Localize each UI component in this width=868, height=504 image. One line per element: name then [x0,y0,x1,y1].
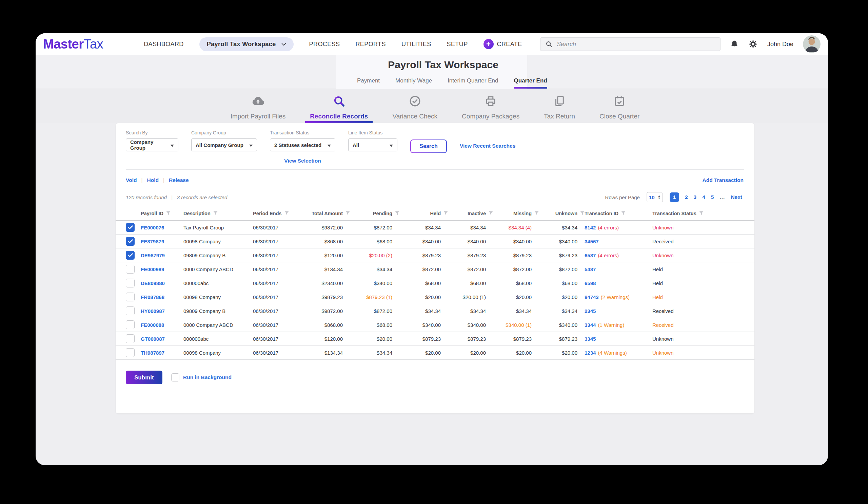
tab-interim-quarter-end[interactable]: Interim Quarter End [447,77,498,89]
missing-cell: $20.00 [493,294,539,300]
nav-item-process[interactable]: PROCESS [309,41,340,48]
stepper-arrows-icon[interactable]: ▲▼ [658,195,661,200]
next-page-link[interactable]: Next [731,194,742,200]
search-input[interactable] [557,41,715,48]
transaction-id-link[interactable]: 6598 [585,280,596,286]
payroll-id-link[interactable]: DE987979 [141,252,184,258]
transaction-id-link[interactable]: 3344 [585,322,596,328]
page-5[interactable]: 5 [711,194,714,200]
select-line-item-status[interactable]: All [348,139,397,151]
payroll-id-link[interactable]: FR087868 [141,294,184,300]
filter-funnel-icon[interactable] [345,211,350,216]
page-4[interactable]: 4 [702,194,705,200]
payroll-id-link[interactable]: HY000987 [141,308,184,314]
row-checkbox[interactable] [126,320,135,329]
filter-funnel-icon[interactable] [580,211,585,216]
description-cell: 00098 Company [184,350,253,356]
view-selection-link[interactable]: View Selection [270,158,335,164]
row-checkbox[interactable] [126,334,135,343]
select-transaction-status[interactable]: 2 Statuses selected [270,139,335,151]
select-company-group[interactable]: All Company Group [191,139,257,151]
filter-funnel-icon[interactable] [285,211,289,216]
transaction-id-link[interactable]: 34567 [585,239,599,244]
missing-cell: $879.23 [493,336,539,342]
payroll-id-link[interactable]: FE000989 [141,266,184,272]
transaction-id-link[interactable]: 6587 [585,252,596,258]
row-checkbox[interactable] [126,251,135,260]
filter-funnel-icon[interactable] [213,211,218,216]
workspace-selector[interactable]: Payroll Tax Workspace [199,37,293,51]
payroll-id-link[interactable]: TH987897 [141,350,184,356]
transaction-id-link[interactable]: 3345 [585,336,596,342]
row-checkbox[interactable] [126,265,135,274]
action-link-release[interactable]: Release [169,177,189,183]
create-button[interactable]: + CREATE [484,39,522,49]
row-checkbox[interactable] [126,237,135,246]
tab-quarter-end[interactable]: Quarter End [514,77,547,89]
filter-funnel-icon[interactable] [166,211,170,216]
avatar[interactable] [803,35,820,53]
tab-monthly-wage[interactable]: Monthly Wage [395,77,432,89]
view-recent-searches-link[interactable]: View Recent Searches [460,143,515,149]
row-checkbox-cell [126,320,141,329]
nav-item-dashboard[interactable]: DASHBOARD [144,41,184,48]
step-company-packages[interactable]: Company Packages [462,95,519,123]
row-checkbox[interactable] [126,223,135,232]
search-button[interactable]: Search [410,140,447,153]
payroll-id-link[interactable]: DE809880 [141,280,184,286]
row-checkbox[interactable] [126,293,135,301]
row-checkbox[interactable] [126,279,135,288]
action-link-hold[interactable]: Hold [147,177,158,183]
action-separator: | [163,177,164,183]
filter-funnel-icon[interactable] [621,211,626,216]
transaction-id-link[interactable]: 84743 [585,294,599,300]
step-import-payroll-files[interactable]: Import Payroll Files [230,95,286,123]
step-variance-check[interactable]: Variance Check [392,95,437,123]
filter-funnel-icon[interactable] [488,211,493,216]
submit-button[interactable]: Submit [126,371,163,384]
held-cell: $34.34 [400,308,448,314]
missing-cell: $340.00 (1) [493,322,539,328]
payroll-id-link[interactable]: GT000087 [141,336,184,342]
filter-funnel-icon[interactable] [395,211,400,216]
nav-item-reports[interactable]: REPORTS [355,41,386,48]
action-link-void[interactable]: Void [126,177,137,183]
filter-funnel-icon[interactable] [534,211,539,216]
tab-payment[interactable]: Payment [357,77,380,89]
pending-cell: $20.00 (2) [350,252,400,258]
gear-icon[interactable] [748,39,758,49]
select-search-by[interactable]: Company Group [126,139,178,151]
payroll-id-link[interactable]: FE000076 [141,225,184,230]
nav-item-setup[interactable]: SETUP [447,41,468,48]
summary-separator: | [171,194,173,200]
add-transaction-link[interactable]: Add Transaction [703,177,744,183]
payroll-id-link[interactable]: FE879879 [141,239,184,244]
transaction-id-link[interactable]: 5487 [585,266,596,272]
column-label: Payroll ID [141,211,163,216]
row-checkbox[interactable] [126,306,135,315]
filter-funnel-icon[interactable] [699,211,704,216]
transaction-id-link[interactable]: 8142 [585,225,596,230]
rows-per-page-label: Rows per Page [605,194,640,200]
column-header-transaction-status: Transaction Status [652,211,744,216]
step-tax-return[interactable]: Tax Return [544,95,575,123]
rows-per-page-stepper[interactable]: 10 ▲▼ [647,192,663,202]
filter-funnel-icon[interactable] [444,211,448,216]
transaction-id-link[interactable]: 2345 [585,308,596,314]
global-search [540,37,721,51]
page-2[interactable]: 2 [685,194,688,200]
chevron-down-icon [170,142,174,148]
page-1[interactable]: 1 [670,192,679,202]
payroll-id-link[interactable]: FE000088 [141,322,184,328]
transaction-id-link[interactable]: 1234 [585,350,596,356]
nav-item-utilities[interactable]: UTILITIES [402,41,431,48]
bell-icon[interactable] [730,40,739,49]
step-reconcile-records[interactable]: Reconcile Records [310,95,368,123]
column-label: Pending [373,211,392,216]
column-label: Held [430,211,441,216]
step-close-quarter[interactable]: Close Quarter [599,95,640,123]
page-3[interactable]: 3 [694,194,697,200]
run-in-background-checkbox[interactable] [171,373,179,382]
row-checkbox[interactable] [126,348,135,357]
column-label: Transaction Status [652,211,696,216]
